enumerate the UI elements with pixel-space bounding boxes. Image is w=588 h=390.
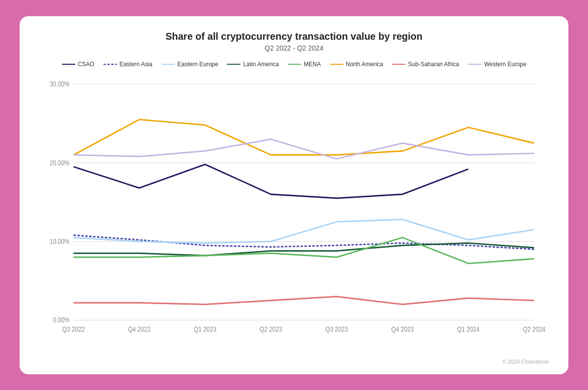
svg-text:Q1 2023: Q1 2023 (194, 325, 217, 333)
chart-title: Share of all cryptocurrency transaction … (39, 31, 549, 42)
legend-label: Sub-Saharan Africa (408, 61, 459, 68)
legend-label: Eastern Asia (120, 61, 152, 68)
legend-item: CSAO (62, 61, 95, 68)
svg-text:Q4 2022: Q4 2022 (128, 325, 150, 333)
svg-text:Q1 2024: Q1 2024 (457, 325, 480, 333)
legend-item: MENA (288, 61, 321, 68)
legend-color (227, 64, 241, 65)
legend-item: Sub-Saharan Africa (392, 61, 459, 68)
legend-color (161, 64, 175, 65)
svg-text:Q2 2023: Q2 2023 (260, 325, 282, 333)
legend-label: Western Europe (484, 61, 527, 68)
footer: © 2024 Chainalysis (39, 359, 549, 364)
svg-text:20.00%: 20.00% (49, 158, 70, 166)
legend-item: North America (330, 61, 383, 68)
legend-label: Latin America (243, 61, 279, 68)
chart-area: 0.00%10.00%20.00%30.00%Q3 2022Q4 2022Q1 … (39, 73, 549, 355)
legend-item: Western Europe (468, 61, 527, 68)
svg-text:Q2 2024: Q2 2024 (523, 325, 545, 333)
legend-color (468, 64, 482, 65)
chart-card: Share of all cryptocurrency transaction … (20, 16, 568, 374)
legend-label: North America (346, 61, 383, 68)
svg-text:Q4 2023: Q4 2023 (391, 325, 414, 333)
legend-label: MENA (304, 61, 321, 68)
legend-item: Eastern Europe (161, 61, 218, 68)
legend-color (62, 64, 75, 65)
svg-text:30.00%: 30.00% (49, 80, 70, 88)
chart-svg: 0.00%10.00%20.00%30.00%Q3 2022Q4 2022Q1 … (39, 73, 549, 355)
svg-text:Q3 2023: Q3 2023 (325, 325, 348, 333)
legend-item: Latin America (227, 61, 279, 68)
svg-text:10.00%: 10.00% (49, 237, 70, 245)
legend-color (288, 64, 301, 65)
legend-color (330, 64, 343, 65)
legend-color (392, 64, 406, 65)
legend: CSAOEastern AsiaEastern EuropeLatin Amer… (39, 61, 549, 68)
svg-text:Q3 2022: Q3 2022 (62, 325, 85, 333)
chart-subtitle: Q2 2022 - Q2 2024 (39, 44, 549, 52)
legend-item: Eastern Asia (103, 61, 152, 68)
legend-label: Eastern Europe (177, 61, 218, 68)
legend-color (103, 64, 117, 65)
svg-text:0.00%: 0.00% (53, 316, 70, 324)
legend-label: CSAO (78, 61, 95, 68)
